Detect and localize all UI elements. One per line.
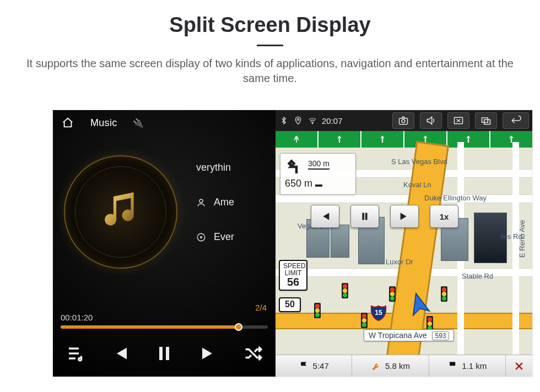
street-label: S Las Vegas Blvd [391,157,447,166]
nav-bottom-bar: 5:47 5.8 km 1.1 km [276,355,532,377]
lane-arrow [447,131,490,148]
turn-instruction: 300 m 650 m ▬ [280,153,356,195]
music-note-icon [98,188,144,234]
current-street-pill: W Tropicana Ave 593 [364,329,454,341]
pause-button[interactable] [152,341,177,366]
lane-guidance [276,131,532,148]
playlist-button[interactable] [63,341,88,366]
interstate-shield-icon: 15 [370,304,387,322]
wrench-icon [371,361,382,372]
highway-number: 50 [283,300,296,309]
cancel-route-button[interactable] [506,355,532,377]
remaining-dist-item[interactable]: 5.8 km [352,355,429,377]
split-screen-device: Music 🔌 verythin [53,110,532,377]
music-footer: 2/4 00:01:20 [53,306,276,377]
svg-point-6 [297,118,299,120]
svg-rect-11 [482,118,488,122]
shuffle-button[interactable] [240,341,266,366]
person-icon [196,198,206,208]
lane-arrow [361,131,404,148]
lane-arrow [318,131,361,148]
overlay-pause-button[interactable] [350,205,379,228]
svg-rect-23 [451,363,453,364]
svg-rect-4 [159,347,163,360]
traffic-light-icon [389,286,396,302]
traffic-light-icon [342,283,348,298]
street-label: iles Rd [500,232,522,241]
music-panel: Music 🔌 verythin [53,110,276,377]
traffic-light-icon [441,286,447,302]
track-title: verythin [196,162,231,173]
overlay-next-button[interactable] [390,205,419,228]
artist-name: Ame [214,197,234,208]
svg-point-1 [197,233,205,241]
page-title: Split Screen Display [0,0,540,37]
svg-rect-21 [450,362,451,363]
street-label: Koval Ln [403,181,431,189]
overlay-speed-button[interactable]: 1x [430,205,458,228]
highway-sign: 50 [279,297,301,312]
speed-limit-label: SPEED LIMIT [283,263,303,276]
screenshot-button[interactable] [392,112,414,129]
page-subtitle: It supports the same screen display of t… [22,56,518,86]
street-label: Luxor Dr [386,258,413,266]
svg-rect-26 [452,364,454,365]
album-art-disc [64,155,177,269]
svg-point-9 [402,119,405,123]
svg-rect-12 [484,119,490,124]
overlay-prev-button[interactable] [311,205,339,228]
next-track-button[interactable] [196,341,222,366]
home-icon[interactable] [61,117,75,129]
track-info: verythin Ame Ever [196,162,270,243]
svg-rect-18 [362,213,364,220]
map-media-overlay: 1x [311,205,458,228]
disc-icon [196,232,206,242]
music-body: verythin Ame Ever [53,135,276,306]
segment-dist-value: 1.1 km [462,361,487,371]
traffic-light-icon [314,303,321,318]
building [331,225,349,258]
road [276,195,532,203]
svg-point-0 [199,199,203,203]
title-underline [257,45,283,46]
svg-text:15: 15 [375,309,382,317]
map-canvas[interactable]: S Las Vegas Blvd Koval Ln Duke Ellington… [276,148,532,355]
music-controls [61,341,268,366]
current-street-name: W Tropicana Ave [369,331,427,340]
turn-distance-small: 300 m [308,159,330,170]
album-row: Ever [196,231,270,243]
clock: 20:07 [322,116,343,126]
flag-icon [299,361,310,372]
svg-rect-5 [166,347,169,360]
svg-rect-14 [382,138,383,143]
speed-limit-value: 56 [283,276,303,288]
status-bar: 20:07 [276,110,532,131]
svg-rect-25 [450,364,451,365]
progress-knob[interactable] [235,323,242,331]
street-label: Duke Ellington Way [424,194,487,202]
prev-track-button[interactable] [107,341,133,366]
recent-apps-button[interactable] [475,112,497,129]
close-window-button[interactable] [447,112,469,129]
street-label: Stable Rd [462,272,493,280]
location-icon [293,116,303,126]
progress-bar[interactable] [61,325,268,329]
svg-point-2 [201,236,202,238]
volume-button[interactable] [420,112,442,129]
track-title-row: verythin [196,162,270,173]
music-source-label: Music [90,117,117,129]
svg-rect-24 [454,363,456,364]
svg-rect-19 [365,213,368,220]
turn-left-icon [285,157,305,177]
back-button[interactable] [503,112,529,129]
wifi-icon [307,116,317,126]
lane-arrow [490,131,532,148]
remaining-dist-value: 5.8 km [385,361,410,371]
segment-dist-item[interactable]: 1.1 km [429,355,506,377]
usb-icon[interactable]: 🔌 [133,118,144,128]
eta-item[interactable]: 5:47 [276,355,352,377]
progress-fill [61,325,239,329]
traffic-light-icon [361,313,368,328]
track-counter: 2/4 [255,303,267,312]
album-name: Ever [214,231,234,243]
